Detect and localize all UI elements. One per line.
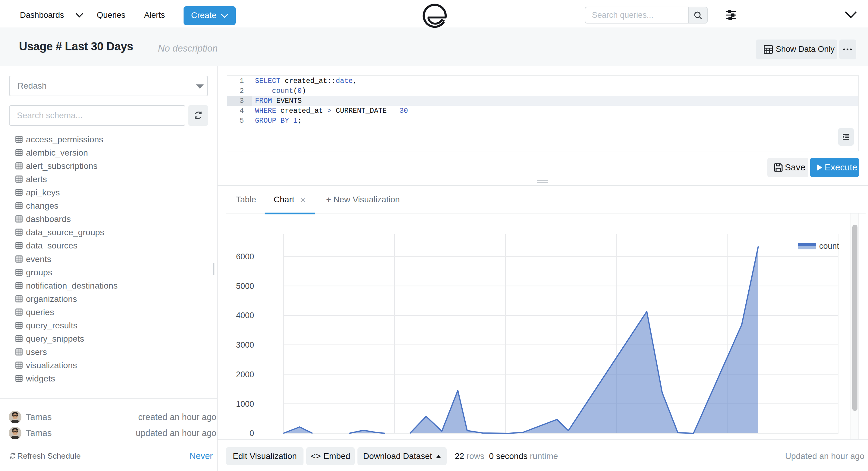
svg-text:0: 0 (250, 429, 254, 438)
svg-text:1000: 1000 (236, 400, 254, 409)
svg-text:4000: 4000 (236, 311, 254, 320)
svg-text:5000: 5000 (236, 282, 254, 291)
svg-text:6000: 6000 (236, 252, 254, 261)
svg-text:count: count (819, 241, 839, 251)
svg-text:2000: 2000 (236, 370, 254, 379)
svg-text:3000: 3000 (236, 341, 254, 350)
